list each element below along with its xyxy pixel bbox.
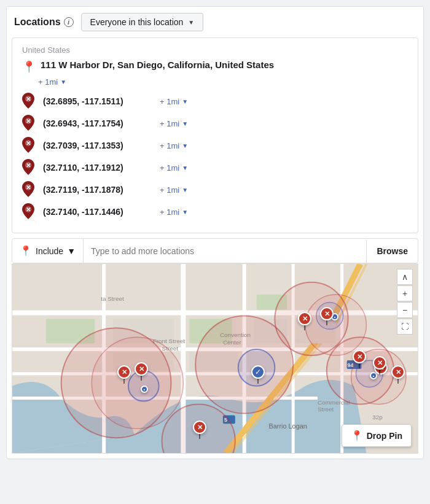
coord-radius[interactable]: + 1mi ▼ (160, 97, 188, 106)
locations-label-group: Locations i (14, 17, 74, 28)
browse-label: Browse (377, 246, 408, 256)
add-location-bar: 📍 Include ▼ Browse (12, 238, 418, 263)
coordinate-row: ✕ (32.7039, -117.1353) + 1mi ▼ (22, 137, 408, 154)
red-x-marker-2[interactable]: ✕ (135, 362, 148, 381)
pin-icon: ✕ (22, 115, 34, 131)
svg-text:ta Street: ta Street (101, 295, 124, 302)
primary-pin-icon: ✓ (251, 365, 265, 379)
red-x-marker-3[interactable]: ✕ (298, 312, 311, 330)
include-button[interactable]: 📍 Include ▼ (12, 239, 84, 263)
coord-pin-marker: ✕ (22, 93, 37, 110)
radius-value: + 1mi (160, 163, 179, 173)
locations-panel: Locations i Everyone in this location ▼ … (6, 6, 424, 459)
svg-text:Barrio Logan: Barrio Logan (268, 422, 307, 430)
marker-stem (257, 379, 259, 384)
audience-dropdown[interactable]: Everyone in this location ▼ (81, 13, 204, 31)
drop-pin-icon: 📍 (351, 430, 363, 441)
radius-chevron-icon: ▼ (182, 165, 188, 171)
svg-text:32p: 32p (372, 414, 383, 421)
primary-radius-chevron-icon[interactable]: ▼ (60, 79, 66, 85)
coord-radius[interactable]: + 1mi ▼ (160, 163, 188, 173)
marker-stem (199, 434, 200, 439)
marker-stem (379, 370, 380, 374)
red-x-icon: ✕ (391, 365, 405, 379)
primary-map-marker[interactable]: ✓ (251, 365, 265, 384)
map-up-icon: ∧ (402, 272, 408, 282)
radius-value: + 1mi (160, 97, 179, 106)
red-x-marker-9[interactable]: ✕ (193, 421, 206, 439)
include-chevron-icon: ▼ (67, 246, 76, 256)
map-up-button[interactable]: ∧ (397, 269, 413, 285)
coord-pin-marker: ✕ (22, 159, 37, 176)
svg-text:✕: ✕ (26, 140, 31, 147)
map-fullscreen-button[interactable]: ⛶ (397, 319, 413, 335)
map-container: Barrio Logan Commercial Street 32p Front… (12, 263, 418, 454)
chevron-down-icon: ▼ (188, 19, 194, 26)
red-x-icon: ✕ (320, 307, 334, 320)
radius-value: + 1mi (160, 119, 179, 128)
drop-pin-button[interactable]: 📍 Drop Pin (342, 424, 412, 447)
browse-button[interactable]: Browse (366, 240, 418, 262)
country-label: United States (22, 45, 408, 55)
pin-icon: ✕ (22, 159, 34, 175)
red-x-icon: ✕ (193, 421, 206, 434)
radius-value: + 1mi (160, 141, 179, 150)
coord-radius[interactable]: + 1mi ▼ (160, 141, 188, 150)
coord-radius[interactable]: + 1mi ▼ (160, 119, 188, 128)
coord-radius[interactable]: + 1mi ▼ (160, 207, 188, 217)
red-x-marker-5[interactable]: ✕ (353, 350, 366, 368)
map-zoom-out-button[interactable]: − (397, 302, 413, 318)
include-label: Include (36, 246, 63, 256)
info-icon[interactable]: i (64, 17, 74, 27)
map-controls: ∧ + − ⛶ (397, 269, 413, 335)
map-background[interactable]: Barrio Logan Commercial Street 32p Front… (12, 264, 418, 453)
svg-text:✕: ✕ (26, 184, 31, 191)
pin-icon: ✕ (22, 181, 34, 197)
red-x-icon: ✕ (298, 312, 311, 325)
coord-pin-marker: ✕ (22, 181, 37, 198)
svg-text:✕: ✕ (26, 118, 31, 125)
coord-pin-marker: ✕ (22, 137, 37, 154)
primary-radius-text: + 1mi (38, 77, 58, 87)
red-x-marker-8[interactable]: ✕ (391, 365, 405, 384)
marker-stem (123, 379, 125, 384)
coordinate-rows: ✕ (32.6895, -117.1511) + 1mi ▼ ✕ (32.694… (22, 93, 408, 220)
svg-text:✕: ✕ (26, 96, 31, 103)
add-location-input[interactable] (84, 240, 366, 262)
plus-icon: + (402, 289, 407, 298)
locations-list: United States 📍 111 W Harbor Dr, San Die… (12, 37, 418, 233)
coord-text: (32.7039, -117.1353) (43, 141, 154, 150)
marker-stem (359, 363, 360, 368)
svg-text:✕: ✕ (26, 162, 31, 169)
radius-chevron-icon: ▼ (182, 142, 188, 149)
radius-chevron-icon: ▼ (182, 120, 188, 127)
pin-icon: ✕ (22, 137, 34, 153)
coord-radius[interactable]: + 1mi ▼ (160, 185, 188, 195)
radius-value: + 1mi (160, 185, 179, 195)
red-x-marker-4[interactable]: ✕ (320, 307, 334, 325)
coordinate-row: ✕ (32.6895, -117.1511) + 1mi ▼ (22, 93, 408, 110)
map-zoom-in-button[interactable]: + (397, 285, 413, 301)
red-x-icon: ✕ (373, 356, 386, 370)
coordinate-row: ✕ (32.7110, -117.1912) + 1mi ▼ (22, 159, 408, 176)
audience-dropdown-label: Everyone in this location (90, 17, 184, 27)
radius-chevron-icon: ▼ (182, 98, 188, 105)
red-x-icon: ✕ (353, 350, 366, 363)
red-x-marker-1[interactable]: ✕ (117, 365, 131, 384)
svg-text:✕: ✕ (26, 206, 31, 213)
radius-chevron-icon: ▼ (182, 187, 188, 193)
red-x-marker-7[interactable]: ✕ (373, 356, 386, 374)
location-pin-icon: 📍 (22, 60, 36, 74)
primary-radius-row: + 1mi ▼ (38, 77, 408, 87)
coord-text: (32.7140, -117.1446) (43, 207, 154, 217)
primary-location-text: 111 W Harbor Dr, San Diego, California, … (41, 60, 274, 70)
pin-icon: ✕ (22, 203, 34, 219)
coordinate-row: ✕ (32.7119, -117.1878) + 1mi ▼ (22, 181, 408, 198)
svg-text:Street: Street (318, 406, 334, 413)
coordinate-row: ✕ (32.6943, -117.1754) + 1mi ▼ (22, 115, 408, 132)
coord-pin-marker: ✕ (22, 115, 37, 132)
blue-dot-marker-1[interactable]: • (141, 386, 148, 393)
fullscreen-icon: ⛶ (401, 322, 408, 331)
blue-dot-icon: • (141, 386, 148, 393)
pin-icon: ✕ (22, 93, 34, 109)
